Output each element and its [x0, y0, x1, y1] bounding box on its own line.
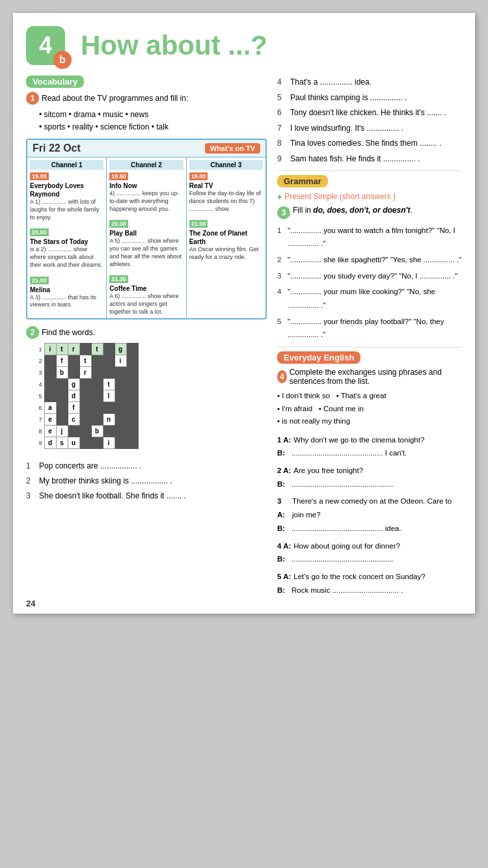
- grammar-item-3: 3 "............... you study every day?"…: [277, 269, 462, 283]
- exchange-3-a-text: There's a new comedy on at the Odeon. Ca…: [292, 495, 462, 521]
- cell: i: [44, 344, 56, 355]
- cell: f: [68, 402, 79, 414]
- page-number: 24: [26, 599, 35, 608]
- cell: r: [68, 344, 79, 355]
- left-column: Vocabulary 1 Read about the TV programme…: [26, 75, 267, 601]
- ch2-time2: 20.30: [109, 220, 128, 228]
- ch2-prog2-text: A 5) ............... show where you can …: [109, 237, 183, 268]
- ch1-prog2-text: is a 2) ............... show where singe…: [30, 246, 103, 269]
- ch1-prog3-name: Melina: [30, 286, 103, 294]
- cell: [115, 379, 126, 390]
- crossword-row: 2 f t i: [33, 355, 138, 367]
- vocab-row2: • sports • reality • science fiction • t…: [39, 121, 267, 133]
- crossword-row: 4 g t: [33, 379, 138, 390]
- exercise2-header: 2 Find the words.: [26, 326, 267, 339]
- vocab-word-list: • sitcom • drama • music • news • sports…: [39, 109, 267, 133]
- cell: [91, 379, 103, 390]
- cell: [115, 367, 126, 379]
- grammar-item-5-text: "............... your friends play footb…: [288, 315, 462, 342]
- ch2-prog3-text: A 6) ............... show where actors a…: [109, 293, 183, 316]
- unit-sub: b: [53, 51, 72, 69]
- exchange-3-b-text: ........................................…: [291, 522, 401, 536]
- exchange-1-b-text: ........................................…: [291, 446, 407, 460]
- exchange-5-a-text: Let's go to the rock concert on Sunday?: [293, 570, 425, 584]
- cell: [115, 437, 126, 449]
- ch3-prog2-text: An Oscar winning film. Get ready for a c…: [189, 246, 263, 261]
- speaker-a: 2 A:: [277, 464, 291, 478]
- bottom-sentence-3: 3 She doesn't like football. She finds i…: [26, 489, 267, 504]
- cell: [44, 367, 56, 379]
- tv-header: Fri 22 Oct What's on TV: [27, 140, 265, 157]
- cell: [126, 414, 138, 426]
- crossword-row: 8 e j b: [33, 426, 138, 437]
- cell: [56, 390, 68, 402]
- sentence-6-text: Tony doesn't like chicken. He thinks it'…: [290, 106, 446, 120]
- vocab-row1: • sitcom • drama • music • news: [39, 109, 267, 121]
- cell: e: [44, 426, 56, 437]
- ch1-time1: 19.00: [30, 172, 49, 180]
- cell: [126, 426, 138, 437]
- right-sentences: 4 That's a ............... idea. 5 Paul …: [277, 75, 462, 167]
- cell: [79, 437, 91, 449]
- cell: r: [79, 367, 91, 379]
- cell: [126, 379, 138, 390]
- crossword-row: 3 b r: [33, 367, 138, 379]
- exchange-2: 2 A: Are you free tonight? B: ..........…: [277, 464, 462, 491]
- crossword-row: 6 a f: [33, 402, 138, 414]
- g-num: 3: [277, 269, 285, 283]
- cell: d: [68, 390, 79, 402]
- cell: t: [91, 344, 103, 355]
- exercise1-num: 1: [26, 92, 39, 105]
- page-title: How about ...?: [81, 30, 267, 61]
- row-num: 5: [33, 390, 44, 402]
- grammar-items: 1 "............... you want to watch a f…: [277, 224, 462, 342]
- ch1-prog3-text: A 3) ............... that has its viewer…: [30, 294, 103, 309]
- cell: d: [44, 437, 56, 449]
- s-num-5: 5: [277, 91, 286, 105]
- bullet: •: [39, 110, 42, 119]
- speaker-a: 5 A:: [277, 570, 291, 584]
- page: 4 b How about ...? Vocabulary 1 Read abo…: [13, 13, 475, 614]
- exchange-3: 3 A: There's a new comedy on at the Odeo…: [277, 495, 462, 535]
- exercise2-instruction: Find the words.: [42, 328, 95, 337]
- ch1-time3: 21.00: [30, 277, 49, 284]
- cell: [91, 355, 103, 367]
- crossword-row: 1 i t r t g: [33, 344, 138, 355]
- ch2-prog1-name: Info Now: [109, 182, 183, 190]
- exchange-3-a: 3 A: There's a new comedy on at the Odeo…: [277, 495, 462, 521]
- everyday-label: Everyday English: [277, 351, 360, 364]
- exchange-3-b: B: .....................................…: [277, 522, 462, 536]
- exercise4-header: 4 Complete the exchanges using phrases a…: [277, 368, 462, 386]
- exchange-2-b: B: .....................................…: [277, 478, 462, 491]
- speaker-a: 3 A:: [277, 495, 290, 521]
- row-num: 7: [33, 414, 44, 426]
- cell: [56, 414, 68, 426]
- sentence-4-text: That's a ............... idea.: [290, 75, 372, 90]
- phrase-2: That's a great: [341, 392, 386, 400]
- grammar-item-5: 5 "............... your friends play foo…: [277, 315, 462, 342]
- row-num: 9: [33, 437, 44, 449]
- sentence-5-text: Paul thinks camping is ............... .: [290, 91, 407, 105]
- grammar-intro: ♦ Present Simple (short answers ): [277, 191, 462, 202]
- bullet: •: [277, 392, 280, 400]
- s-num-6: 6: [277, 106, 286, 120]
- cell: [126, 344, 138, 355]
- exchange-4-b-text: ........................................…: [291, 552, 394, 566]
- exercise2-num: 2: [26, 326, 39, 339]
- page-header: 4 b How about ...?: [26, 26, 462, 65]
- speaker-b: B:: [277, 584, 289, 597]
- phrase-4: Count me in: [323, 405, 364, 413]
- cell: n: [103, 414, 115, 426]
- speaker-b: B:: [277, 552, 289, 566]
- vocabulary-label: Vocabulary: [26, 75, 84, 88]
- cell: [103, 367, 115, 379]
- s-num: 2: [26, 474, 35, 489]
- grammar-item-4: 4 "............... your mum like cooking…: [277, 285, 462, 312]
- ch1-prog1-name: Everybody Loves Raymond: [30, 182, 103, 198]
- speaker-b: B:: [277, 522, 289, 536]
- phrase-3: I'm afraid: [282, 405, 312, 413]
- exercise3-header: 3 Fill in do, does, don't, or doesn't.: [277, 206, 462, 220]
- ch2-prog2-name: Play Ball: [109, 229, 183, 237]
- tv-channels: Channel 1 19.00 Everybody Loves Raymond …: [27, 157, 265, 318]
- cell: e: [44, 414, 56, 426]
